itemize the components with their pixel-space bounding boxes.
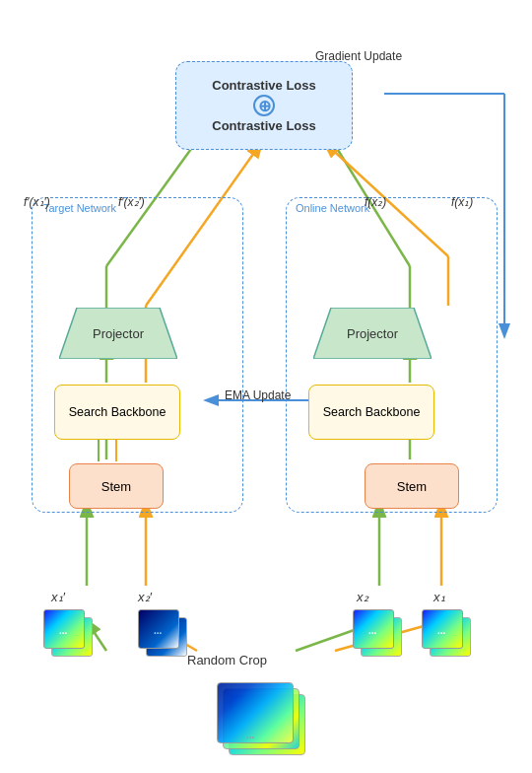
f-x1-prime-label: f′(x₁′) xyxy=(24,195,50,209)
x2-label: x₂ xyxy=(357,590,368,604)
x1-image-group: ... xyxy=(422,609,475,663)
target-backbone-box: Search Backbone xyxy=(54,385,180,440)
source-image-group: ... xyxy=(217,682,315,761)
x1-prime-label: x₁′ xyxy=(51,590,65,604)
online-backbone-box: Search Backbone xyxy=(308,385,434,440)
online-network-label: Online Network xyxy=(296,202,369,214)
f-x2-prime-label: f′(x₂′) xyxy=(118,195,145,209)
x2-prime-image-group: ... xyxy=(138,609,191,663)
contrastive-loss-label2: Contrastive Loss xyxy=(212,118,315,133)
online-stem-label: Stem xyxy=(397,479,427,494)
ema-update-label: EMA Update xyxy=(225,388,291,402)
online-stem-box: Stem xyxy=(365,463,459,509)
target-projector-label: Projector xyxy=(59,308,177,359)
contrastive-loss-box: Contrastive Loss ⊕ Contrastive Loss xyxy=(175,61,353,150)
x1-label: x₁ xyxy=(433,590,445,604)
f-x2-label: f(x₂) xyxy=(365,195,386,209)
online-backbone-label: Search Backbone xyxy=(323,404,421,420)
plus-circle-icon: ⊕ xyxy=(253,95,275,116)
online-projector-label: Projector xyxy=(313,308,432,359)
random-crop-label: Random Crop xyxy=(187,653,267,668)
target-projector-wrap: Projector xyxy=(59,308,177,359)
contrastive-loss-label1: Contrastive Loss xyxy=(212,78,315,93)
x2-image-group: ... xyxy=(353,609,406,663)
online-projector-wrap: Projector xyxy=(313,308,432,359)
x1-prime-image-group: ... xyxy=(43,609,97,663)
gradient-update-label: Gradient Update xyxy=(315,49,402,63)
diagram: Contrastive Loss ⊕ Contrastive Loss Grad… xyxy=(0,0,532,773)
target-stem-label: Stem xyxy=(101,479,131,494)
f-x1-label: f(x₁) xyxy=(451,195,473,209)
target-stem-box: Stem xyxy=(69,463,164,509)
x2-prime-label: x₂′ xyxy=(138,590,152,604)
target-network-label: Target Network xyxy=(43,202,116,214)
target-backbone-label: Search Backbone xyxy=(69,404,166,420)
